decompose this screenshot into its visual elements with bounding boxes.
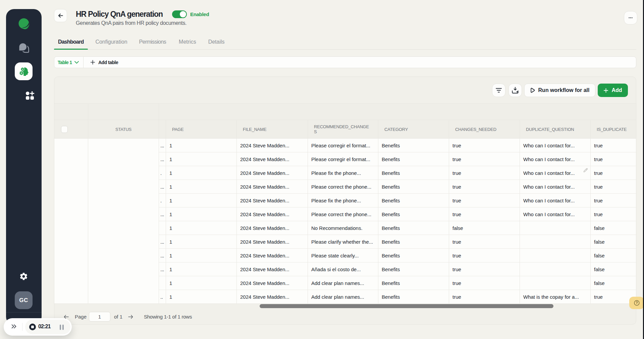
svg-text:?: ?	[636, 301, 638, 305]
